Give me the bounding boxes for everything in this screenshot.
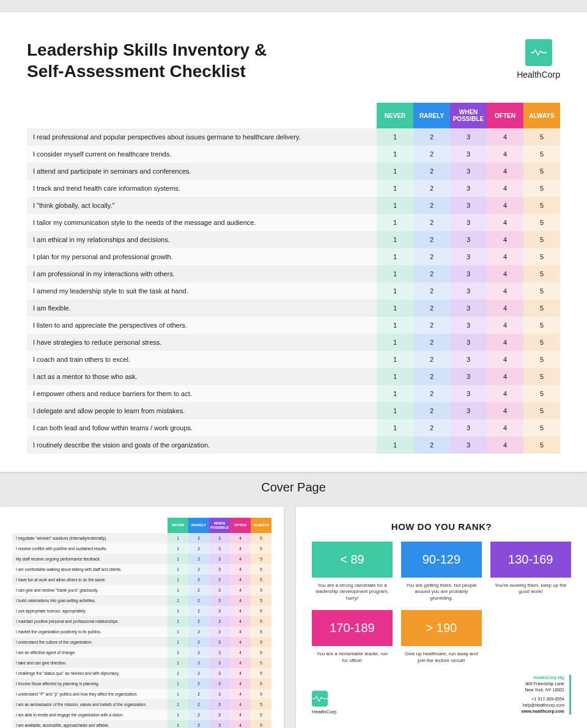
rating-cell[interactable]: 2 <box>413 145 450 163</box>
rating-cell[interactable]: 3 <box>209 606 230 616</box>
rating-cell[interactable]: 5 <box>523 300 560 317</box>
rating-cell[interactable]: 1 <box>377 163 413 180</box>
rating-cell[interactable]: 2 <box>413 282 450 300</box>
rating-cell[interactable]: 5 <box>523 334 560 351</box>
rating-cell[interactable]: 2 <box>188 595 209 606</box>
rating-cell[interactable]: 5 <box>251 720 271 728</box>
rating-cell[interactable]: 3 <box>209 668 230 678</box>
rating-cell[interactable]: 4 <box>487 214 523 231</box>
rating-cell[interactable]: 2 <box>188 637 209 647</box>
rating-cell[interactable]: 1 <box>168 720 188 728</box>
rating-cell[interactable]: 1 <box>168 710 188 720</box>
rating-cell[interactable]: 4 <box>230 637 251 647</box>
rating-cell[interactable]: 4 <box>230 564 251 575</box>
rating-cell[interactable]: 2 <box>188 606 209 616</box>
rating-cell[interactable]: 1 <box>168 647 188 658</box>
rating-cell[interactable]: 5 <box>523 351 560 368</box>
rating-cell[interactable]: 4 <box>230 710 251 720</box>
rating-cell[interactable]: 4 <box>487 368 523 385</box>
rating-cell[interactable]: 2 <box>188 554 209 564</box>
rating-cell[interactable]: 3 <box>209 710 230 720</box>
rating-cell[interactable]: 4 <box>230 543 251 554</box>
rating-cell[interactable]: 3 <box>450 265 487 282</box>
rating-cell[interactable]: 4 <box>487 351 523 368</box>
rating-cell[interactable]: 1 <box>168 616 188 627</box>
rating-cell[interactable]: 5 <box>523 317 560 334</box>
rating-cell[interactable]: 1 <box>377 317 413 334</box>
rating-cell[interactable]: 2 <box>413 351 450 368</box>
rating-cell[interactable]: 5 <box>251 575 271 585</box>
rating-cell[interactable]: 4 <box>487 145 523 163</box>
rating-cell[interactable]: 2 <box>413 368 450 385</box>
rating-cell[interactable]: 4 <box>230 606 251 616</box>
rating-cell[interactable]: 5 <box>523 180 560 197</box>
rating-cell[interactable]: 5 <box>251 710 271 720</box>
rating-cell[interactable]: 2 <box>413 180 450 197</box>
rating-cell[interactable]: 4 <box>230 533 251 543</box>
rating-cell[interactable]: 1 <box>168 699 188 710</box>
rating-cell[interactable]: 5 <box>251 564 271 575</box>
rating-cell[interactable]: 1 <box>168 575 188 585</box>
rating-cell[interactable]: 1 <box>377 419 413 436</box>
rating-cell[interactable]: 2 <box>188 720 209 728</box>
rating-cell[interactable]: 4 <box>487 265 523 282</box>
rating-cell[interactable]: 2 <box>413 214 450 231</box>
rating-cell[interactable]: 3 <box>450 300 487 317</box>
rating-cell[interactable]: 5 <box>251 689 271 699</box>
rating-cell[interactable]: 1 <box>377 300 413 317</box>
rating-cell[interactable]: 5 <box>523 368 560 385</box>
rating-cell[interactable]: 2 <box>188 658 209 668</box>
rating-cell[interactable]: 3 <box>450 419 487 436</box>
rating-cell[interactable]: 5 <box>251 616 271 627</box>
rating-cell[interactable]: 3 <box>450 317 487 334</box>
rating-cell[interactable]: 2 <box>188 627 209 637</box>
rating-cell[interactable]: 5 <box>251 533 271 543</box>
rating-cell[interactable]: 2 <box>188 647 209 658</box>
rating-cell[interactable]: 2 <box>188 533 209 543</box>
rating-cell[interactable]: 5 <box>523 214 560 231</box>
rating-cell[interactable]: 5 <box>523 419 560 436</box>
rating-cell[interactable]: 5 <box>523 385 560 402</box>
rating-cell[interactable]: 1 <box>168 689 188 699</box>
rating-cell[interactable]: 1 <box>377 334 413 351</box>
rating-cell[interactable]: 2 <box>413 300 450 317</box>
rating-cell[interactable]: 3 <box>450 402 487 419</box>
rating-cell[interactable]: 4 <box>230 720 251 728</box>
rating-cell[interactable]: 3 <box>450 128 487 145</box>
rating-cell[interactable]: 2 <box>188 710 209 720</box>
rating-cell[interactable]: 3 <box>209 595 230 606</box>
rating-cell[interactable]: 2 <box>188 564 209 575</box>
rating-cell[interactable]: 3 <box>450 368 487 385</box>
rating-cell[interactable]: 3 <box>450 385 487 402</box>
rating-cell[interactable]: 5 <box>251 658 271 668</box>
rating-cell[interactable]: 4 <box>487 385 523 402</box>
rating-cell[interactable]: 5 <box>251 647 271 658</box>
rating-cell[interactable]: 4 <box>230 616 251 627</box>
rating-cell[interactable]: 1 <box>377 402 413 419</box>
rating-cell[interactable]: 4 <box>230 647 251 658</box>
rating-cell[interactable]: 2 <box>413 334 450 351</box>
rating-cell[interactable]: 1 <box>377 265 413 282</box>
rating-cell[interactable]: 1 <box>377 248 413 265</box>
rating-cell[interactable]: 2 <box>413 128 450 145</box>
rating-cell[interactable]: 4 <box>487 163 523 180</box>
rating-cell[interactable]: 2 <box>188 543 209 554</box>
rating-cell[interactable]: 1 <box>168 678 188 689</box>
rating-cell[interactable]: 5 <box>523 145 560 163</box>
rating-cell[interactable]: 5 <box>251 606 271 616</box>
rating-cell[interactable]: 3 <box>209 678 230 689</box>
rating-cell[interactable]: 3 <box>209 720 230 728</box>
rating-cell[interactable]: 5 <box>251 627 271 637</box>
rating-cell[interactable]: 4 <box>230 678 251 689</box>
rating-cell[interactable]: 3 <box>209 616 230 627</box>
rating-cell[interactable]: 1 <box>168 564 188 575</box>
rating-cell[interactable]: 5 <box>523 231 560 248</box>
rating-cell[interactable]: 5 <box>251 668 271 678</box>
rating-cell[interactable]: 4 <box>230 627 251 637</box>
rating-cell[interactable]: 5 <box>523 128 560 145</box>
rating-cell[interactable]: 5 <box>523 436 560 454</box>
rating-cell[interactable]: 3 <box>450 197 487 214</box>
rating-cell[interactable]: 4 <box>487 231 523 248</box>
rating-cell[interactable]: 3 <box>209 554 230 564</box>
rating-cell[interactable]: 3 <box>209 637 230 647</box>
